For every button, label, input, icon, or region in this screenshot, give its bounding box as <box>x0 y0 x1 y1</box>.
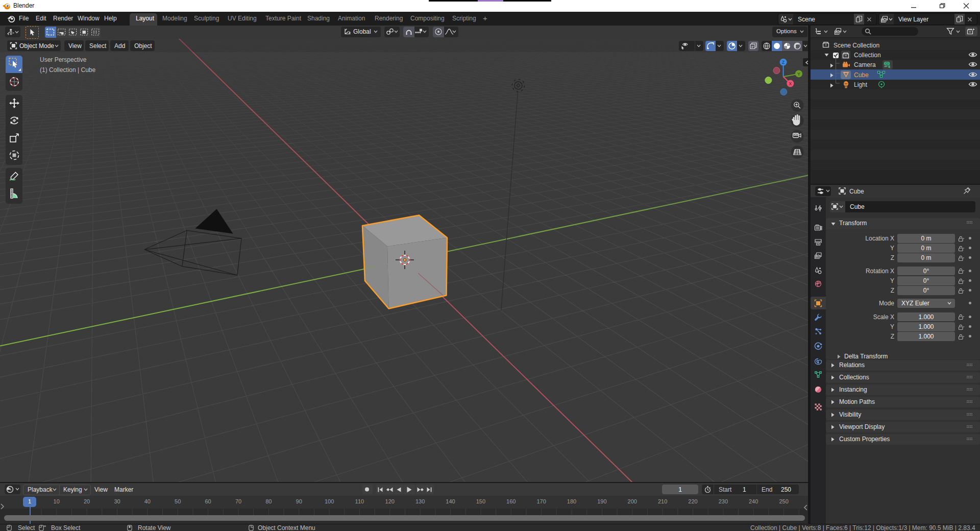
svg-text:Z: Z <box>782 60 785 65</box>
svg-text:Y: Y <box>797 71 800 77</box>
svg-text:X: X <box>789 81 792 86</box>
